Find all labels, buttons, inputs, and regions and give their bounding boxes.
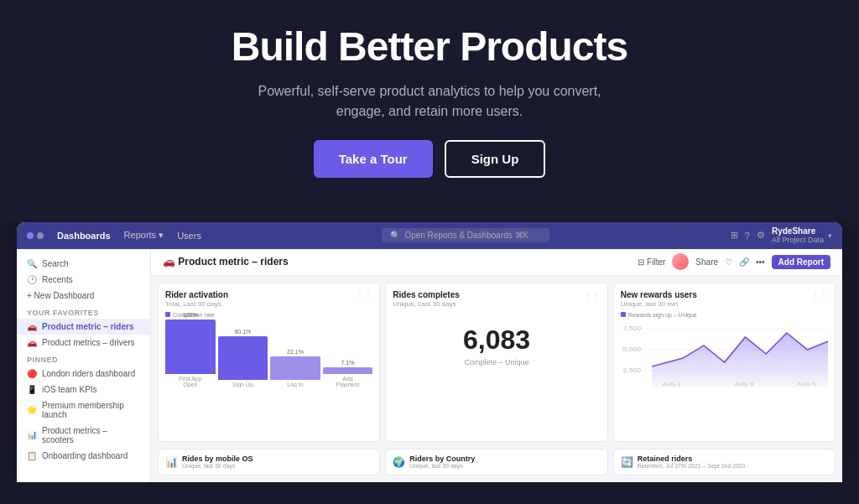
app-body: 🔍 Search 🕐 Recents + New Dashboard Your …	[17, 249, 842, 482]
retained-riders-card: 🔄 Retained riders Retention, Jul 27th 20…	[613, 449, 836, 475]
nav-link-reports[interactable]: Reports ▾	[124, 230, 164, 241]
card-menu-icon[interactable]: ⋮⋮	[356, 290, 372, 299]
card-title: Rider activation	[165, 290, 228, 299]
nav-dot-1	[27, 232, 34, 239]
bar-1	[165, 320, 216, 374]
sidebar: 🔍 Search 🕐 Recents + New Dashboard Your …	[17, 249, 151, 482]
bar-group-2: 80.1% Sign Up	[218, 329, 268, 387]
hero-buttons: Take a Tour Sign Up	[17, 140, 842, 178]
dashboard-icon: 🚗	[27, 322, 37, 331]
nav-link-dashboards[interactable]: Dashboards	[57, 231, 111, 241]
search-icon: 🔍	[27, 259, 37, 268]
more-icon[interactable]: •••	[756, 257, 765, 267]
dashboard-icon: 🚗	[27, 338, 37, 347]
link-icon[interactable]: 🔗	[739, 257, 749, 267]
bottom-card-title: Rides by mobile OS	[182, 455, 253, 463]
card-title: New rewards users	[621, 290, 697, 299]
question-icon[interactable]: ?	[745, 231, 750, 241]
sidebar-item-product-metrics-drivers[interactable]: 🚗 Product metrics – drivers	[17, 335, 150, 351]
legend-dot	[621, 312, 626, 317]
sidebar-item-london-riders[interactable]: 🔴 London riders dashboard	[17, 366, 150, 382]
nav-right: ⊞ ? ⚙ RydeShare All Project Data ▾	[731, 226, 832, 244]
dashboard-icon: 🔴	[27, 369, 37, 378]
dashboard-icon: 📋	[27, 451, 37, 460]
nav-search: 🔍 Open Reports & Dashboards ⌘K	[215, 228, 717, 242]
svg-text:2,500: 2,500	[622, 367, 641, 374]
bottom-card-subtitle: Unique, last 30 days	[182, 463, 253, 469]
hero-section: Build Better Products Powerful, self-ser…	[0, 0, 859, 222]
svg-text:7,500: 7,500	[622, 325, 641, 332]
bar-group-1: 100% First AppOpen	[165, 312, 216, 387]
nav-link-users[interactable]: Users	[177, 231, 201, 241]
take-tour-button[interactable]: Take a Tour	[314, 140, 433, 178]
filter-button[interactable]: ⊟ Filter	[638, 257, 665, 267]
card-subtitle: Unique, last 30 min	[621, 300, 697, 308]
dashboard-icon: 🌟	[27, 405, 37, 414]
sidebar-search[interactable]: 🔍 Search	[17, 256, 150, 272]
nav-project[interactable]: RydeShare All Project Data ▾	[772, 226, 832, 244]
dashboard-icon: 📱	[27, 385, 37, 394]
bottom-card-subtitle: Unique, last 30 days	[409, 463, 475, 469]
svg-text:AUG 6: AUG 6	[797, 381, 816, 386]
card-subtitle: Unique, Last 30 days	[393, 300, 459, 308]
chart-legend: Rewards sign up – Unique	[621, 312, 828, 318]
new-rewards-users-card: New rewards users Unique, last 30 min ⋮⋮…	[613, 283, 836, 442]
nav-dot-2	[37, 232, 44, 239]
bottom-card-subtitle: Retention, Jul 27th 2021 – Sept 2nd 2021	[638, 463, 746, 469]
bottom-cards: 📊 Rides by mobile OS Unique, last 30 day…	[151, 449, 842, 482]
card-menu-icon[interactable]: ⋮⋮	[811, 290, 828, 299]
bar-3	[270, 356, 320, 380]
gear-icon[interactable]: ⚙	[757, 230, 765, 241]
bottom-card-title: Retained riders	[638, 455, 746, 463]
bar-chart: 100% First AppOpen 80.1% Sign Up 22.1%	[165, 320, 372, 387]
grid-icon[interactable]: ⊞	[731, 230, 738, 241]
clock-icon: 🕐	[27, 275, 37, 284]
card-icon: 🔄	[621, 456, 633, 468]
riders-by-country-card: 🌍 Riders by Country Unique, last 30 days	[385, 449, 607, 475]
dashboard-icon: 📊	[27, 430, 37, 439]
main-content: 🚗 Product metric – riders ⊟ Filter Share…	[151, 249, 842, 482]
pinned-section-label: Pinned	[17, 351, 150, 366]
svg-text:AUG 9: AUG 9	[735, 381, 754, 386]
sidebar-item-product-scooters[interactable]: 📊 Product metrics – scooters	[17, 423, 150, 448]
sidebar-recents[interactable]: 🕐 Recents	[17, 272, 150, 288]
avatar	[672, 253, 689, 270]
big-number-label: Complete – Unique	[393, 358, 600, 366]
bar-group-4: 7.1% AddPayment	[323, 360, 373, 387]
favorites-section-label: Your Favorites	[17, 304, 150, 319]
big-number: 6,083	[393, 325, 600, 356]
app-nav: Dashboards Reports ▾ Users 🔍 Open Report…	[17, 222, 842, 249]
sidebar-item-product-metric-riders[interactable]: 🚗 Product metric – riders	[17, 319, 150, 335]
card-icon: 📊	[165, 456, 178, 468]
card-menu-icon[interactable]: ⋮⋮	[584, 290, 601, 299]
hero-subtitle: Powerful, self-serve product analytics t…	[17, 81, 842, 122]
bar-4	[323, 367, 373, 374]
share-button[interactable]: Share	[695, 257, 718, 267]
bar-2	[218, 336, 268, 380]
filter-icon: ⊟	[638, 257, 644, 267]
sidebar-item-onboarding[interactable]: 📋 Onboarding dashboard	[17, 448, 150, 464]
hero-title: Build Better Products	[17, 25, 842, 70]
sign-up-button[interactable]: Sign Up	[445, 140, 546, 178]
cards-grid: Rider activation Total, Last 30 days ⋮⋮ …	[151, 276, 842, 449]
area-chart: 7,500 5,000 2,500 AUG 2 AUG 9 AUG 6	[621, 320, 828, 387]
rides-completes-card: Rides completes Unique, Last 30 days ⋮⋮ …	[385, 283, 607, 442]
add-report-button[interactable]: Add Report	[772, 255, 830, 269]
svg-text:5,000: 5,000	[622, 346, 641, 353]
card-icon: 🌍	[393, 456, 405, 468]
nav-search-box[interactable]: 🔍 Open Reports & Dashboards ⌘K	[382, 228, 549, 242]
svg-text:AUG 2: AUG 2	[662, 381, 681, 386]
nav-dots	[27, 232, 44, 239]
rides-by-mobile-os-card: 📊 Rides by mobile OS Unique, last 30 day…	[158, 449, 380, 475]
main-header: 🚗 Product metric – riders ⊟ Filter Share…	[151, 249, 842, 276]
rider-activation-card: Rider activation Total, Last 30 days ⋮⋮ …	[158, 283, 380, 442]
bottom-card-title: Riders by Country	[409, 455, 475, 463]
bar-group-3: 22.1% Log In	[270, 349, 320, 387]
heart-icon[interactable]: ♡	[725, 257, 732, 267]
sidebar-new-dashboard[interactable]: + New Dashboard	[17, 288, 150, 304]
main-actions: ⊟ Filter Share ♡ 🔗 ••• Add Report	[638, 253, 830, 270]
sidebar-item-premium[interactable]: 🌟 Premium membership launch	[17, 397, 150, 423]
search-icon: 🔍	[390, 231, 400, 240]
card-subtitle: Total, Last 30 days	[165, 300, 228, 308]
sidebar-item-ios-kpis[interactable]: 📱 iOS team KPIs	[17, 382, 150, 397]
